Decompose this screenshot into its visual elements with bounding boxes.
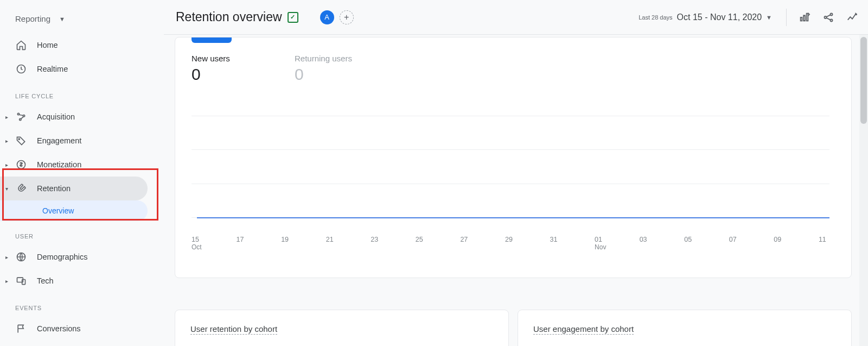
verified-doc-icon[interactable] — [288, 12, 298, 23]
chevron-right-icon: ▸ — [5, 254, 8, 260]
scrollbar-track[interactable] — [859, 35, 868, 346]
sidebar-item-label: Engagement — [37, 136, 81, 145]
svg-point-2 — [23, 115, 24, 117]
card-user-engagement-by-cohort[interactable]: User engagement by cohort — [518, 310, 852, 346]
x-tick: 09 — [774, 236, 790, 251]
sidebar-item-engagement[interactable]: ▸ Engagement — [0, 129, 148, 153]
metrics-row: New users 0 Returning users 0 — [192, 37, 835, 84]
x-tick: 11 — [819, 236, 835, 251]
scrollbar-thumb[interactable] — [860, 37, 867, 124]
date-range-value: Oct 15 - Nov 11, 2020 — [677, 12, 762, 22]
x-tick: 27 — [460, 236, 476, 251]
card-user-retention-by-cohort[interactable]: User retention by cohort — [175, 310, 509, 346]
svg-point-15 — [856, 14, 857, 14]
svg-rect-11 — [807, 13, 808, 21]
date-preset-label: Last 28 days — [639, 14, 672, 21]
card-title: User engagement by cohort — [533, 324, 634, 335]
cohort-cards-row: User retention by cohort User engagement… — [175, 310, 852, 346]
date-range-picker[interactable]: Last 28 days Oct 15 - Nov 11, 2020 ▼ — [639, 12, 772, 22]
add-segment-button[interactable]: + — [340, 10, 354, 24]
sidebar-subitem-retention-overview[interactable]: Overview — [0, 200, 148, 221]
active-tab-indicator — [192, 37, 232, 43]
share-icon[interactable] — [822, 11, 834, 23]
customize-report-icon[interactable] — [799, 11, 810, 23]
sidebar-item-acquisition[interactable]: ▸ Acquisition — [0, 105, 148, 129]
home-icon — [15, 39, 27, 51]
magnet-icon — [15, 183, 27, 194]
x-tick: 15Oct — [192, 236, 208, 251]
flag-icon — [15, 323, 27, 335]
line-chart: 15Oct171921232527293101Nov0305070911 — [192, 90, 835, 231]
x-tick: 31 — [550, 236, 566, 251]
insights-icon[interactable] — [846, 11, 858, 23]
svg-point-14 — [830, 19, 832, 21]
x-tick: 05 — [684, 236, 700, 251]
x-tick: 17 — [237, 236, 253, 251]
x-tick: 07 — [729, 236, 745, 251]
metric-label: New users — [192, 54, 251, 63]
sidebar-item-label: Overview — [42, 206, 74, 215]
svg-rect-9 — [801, 17, 802, 21]
x-tick: 21 — [326, 236, 342, 251]
main-content: New users 0 Returning users 0 15Oct17192… — [164, 35, 852, 346]
reporting-dropdown[interactable]: Reporting ▼ — [0, 4, 163, 33]
sidebar-item-demographics[interactable]: ▸ Demographics — [0, 245, 148, 269]
sidebar-item-label: Realtime — [37, 65, 68, 73]
gridline — [192, 116, 829, 116]
sidebar-item-conversions[interactable]: Conversions — [0, 317, 148, 341]
x-axis-ticks: 15Oct171921232527293101Nov0305070911 — [192, 236, 835, 251]
chevron-down-icon: ▼ — [59, 16, 65, 22]
sidebar-item-home[interactable]: Home — [0, 33, 148, 57]
retention-chart-card: New users 0 Returning users 0 15Oct17192… — [175, 37, 852, 278]
chevron-right-icon: ▸ — [5, 278, 8, 284]
chevron-down-icon: ▼ — [766, 14, 772, 21]
sidebar-item-label: Demographics — [37, 253, 88, 261]
sidebar-item-tech[interactable]: ▸ Tech — [0, 269, 148, 293]
devices-icon — [15, 275, 27, 287]
section-label-lifecycle: LIFE CYCLE — [0, 81, 163, 105]
svg-point-4 — [18, 139, 20, 140]
globe-icon — [15, 251, 27, 263]
section-label-events: EVENTS — [0, 293, 163, 317]
sidebar-item-label: Conversions — [37, 324, 81, 333]
chevron-down-icon: ▾ — [5, 186, 8, 192]
clock-icon — [15, 63, 27, 75]
metric-label: Returning users — [295, 54, 354, 63]
header-actions — [786, 9, 858, 26]
sidebar-item-label: Monetization — [37, 160, 81, 169]
x-tick: 01Nov — [595, 236, 611, 251]
sidebar-item-label: Home — [37, 41, 58, 49]
sidebar-item-realtime[interactable]: Realtime — [0, 57, 148, 81]
x-tick: 19 — [281, 236, 297, 251]
metric-value: 0 — [295, 65, 354, 84]
gridline — [192, 149, 829, 150]
section-label-user: USER — [0, 221, 163, 245]
header: Retention overview A + Last 28 days Oct … — [164, 0, 868, 35]
reporting-label: Reporting — [15, 14, 50, 23]
acquisition-icon — [15, 111, 27, 123]
metric-value: 0 — [192, 65, 251, 84]
x-tick: 29 — [505, 236, 521, 251]
card-title: User retention by cohort — [190, 324, 277, 335]
svg-rect-10 — [803, 15, 805, 21]
x-tick: 03 — [640, 236, 656, 251]
sidebar-item-label: Tech — [37, 276, 54, 285]
x-tick: 25 — [416, 236, 432, 251]
chevron-right-icon: ▸ — [5, 162, 8, 168]
metric-returning-users[interactable]: Returning users 0 — [295, 54, 354, 84]
segment-chip[interactable]: A — [320, 10, 334, 24]
data-line — [197, 217, 829, 218]
svg-point-13 — [830, 13, 832, 15]
metric-new-users[interactable]: New users 0 — [192, 54, 251, 84]
sidebar: Reporting ▼ Home Realtime LIFE CYCLE ▸ A… — [0, 0, 163, 346]
sidebar-item-retention[interactable]: ▾ Retention — [0, 177, 148, 200]
sidebar-item-label: Retention — [37, 184, 71, 193]
svg-point-12 — [824, 16, 826, 18]
x-tick: 23 — [371, 236, 387, 251]
page-title: Retention overview — [176, 10, 282, 24]
chevron-right-icon: ▸ — [5, 114, 8, 120]
chevron-right-icon: ▸ — [5, 138, 8, 144]
svg-point-1 — [17, 113, 19, 115]
gridline — [192, 184, 829, 184]
sidebar-item-monetization[interactable]: ▸ Monetization — [0, 153, 148, 177]
